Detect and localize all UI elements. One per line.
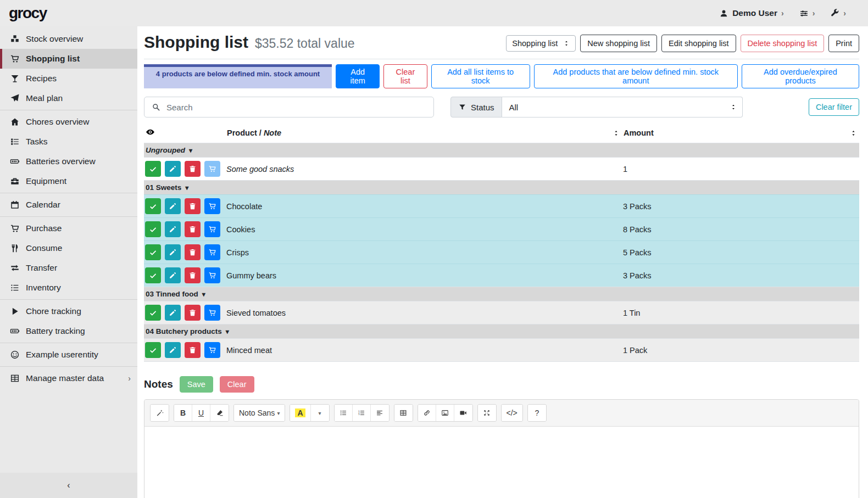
- add-to-stock-button[interactable]: [204, 342, 220, 358]
- edit-item-button[interactable]: [165, 198, 181, 214]
- notes-clear-button[interactable]: Clear: [220, 376, 254, 393]
- admin-menu[interactable]: ›: [830, 9, 846, 18]
- edit-shopping-list-button[interactable]: Edit shopping list: [661, 35, 736, 52]
- notes-save-button[interactable]: Save: [180, 376, 213, 393]
- new-shopping-list-button[interactable]: New shopping list: [580, 35, 657, 52]
- mark-done-button[interactable]: [145, 221, 161, 237]
- edit-item-button[interactable]: [165, 305, 181, 321]
- trash-icon: [188, 225, 197, 233]
- grocy-logo[interactable]: grocy: [9, 4, 47, 22]
- pencil-icon: [169, 271, 177, 279]
- eye-icon[interactable]: [146, 127, 155, 137]
- print-button[interactable]: Print: [828, 35, 859, 52]
- mark-done-button[interactable]: [145, 198, 161, 214]
- mark-done-button[interactable]: [145, 161, 161, 177]
- add-to-stock-button[interactable]: [204, 305, 220, 321]
- group-header-row[interactable]: 04 Butchery products▾: [144, 324, 859, 339]
- delete-shopping-list-button[interactable]: Delete shopping list: [741, 35, 825, 52]
- below-min-stock-alert[interactable]: 4 products are below defined min. stock …: [144, 64, 332, 88]
- notes-title: Notes: [144, 378, 173, 390]
- caret-down-icon: ▾: [202, 290, 205, 298]
- notes-editor-area[interactable]: [144, 427, 859, 498]
- sidebar-item-purchase[interactable]: Purchase: [0, 219, 137, 238]
- fullscreen-button[interactable]: [478, 405, 496, 421]
- delete-item-button[interactable]: [185, 161, 201, 177]
- mark-done-button[interactable]: [145, 244, 161, 260]
- sidebar-item-example-userentity[interactable]: Example userentity: [0, 345, 137, 365]
- updown-arrows-icon: [730, 103, 737, 111]
- clear-list-button[interactable]: Clear list: [383, 64, 427, 88]
- sidebar-item-calendar[interactable]: Calendar: [0, 195, 137, 215]
- add-overdue-button[interactable]: Add overdue/expired products: [742, 64, 859, 88]
- mark-done-button[interactable]: [145, 342, 161, 358]
- highlight-color-button[interactable]: A: [290, 405, 310, 421]
- sidebar-item-chore-tracking[interactable]: Chore tracking: [0, 301, 137, 321]
- delete-item-button[interactable]: [185, 342, 201, 358]
- settings-menu[interactable]: ›: [799, 9, 815, 18]
- delete-item-button[interactable]: [185, 244, 201, 260]
- table-row: Crisps 5 Packs: [144, 241, 859, 264]
- sidebar-item-shopping-list[interactable]: Shopping list: [0, 49, 137, 69]
- group-header-row[interactable]: 03 Tinned food▾: [144, 287, 859, 301]
- sidebar-item-consume[interactable]: Consume: [0, 238, 137, 258]
- user-menu[interactable]: Demo User ›: [719, 8, 784, 18]
- sidebar-item-recipes[interactable]: Recipes: [0, 69, 137, 88]
- clear-format-button[interactable]: [210, 405, 229, 421]
- sidebar-item-manage-master-data[interactable]: Manage master data›: [0, 368, 137, 388]
- group-header-row[interactable]: 01 Sweets▾: [144, 181, 859, 195]
- trash-icon: [188, 202, 197, 210]
- delete-item-button[interactable]: [185, 267, 201, 283]
- paragraph-align-button[interactable]: [371, 405, 389, 421]
- edit-item-button[interactable]: [165, 244, 181, 260]
- delete-item-button[interactable]: [185, 221, 201, 237]
- magic-style-button[interactable]: [151, 405, 169, 421]
- mark-done-button[interactable]: [145, 267, 161, 283]
- unordered-list-button[interactable]: [335, 405, 353, 421]
- highlight-color-caret-button[interactable]: ▾: [311, 405, 329, 421]
- ordered-list-button[interactable]: [353, 405, 371, 421]
- insert-video-button[interactable]: [454, 405, 472, 421]
- group-header-row[interactable]: Ungrouped▾: [144, 143, 859, 158]
- help-button[interactable]: ?: [528, 405, 546, 421]
- sidebar-item-transfer[interactable]: Transfer: [0, 258, 137, 278]
- edit-item-button[interactable]: [165, 342, 181, 358]
- amount-column-header[interactable]: Amount: [622, 125, 859, 143]
- underline-button[interactable]: U: [192, 405, 210, 421]
- add-to-stock-button[interactable]: [204, 198, 220, 214]
- product-column-header[interactable]: Product / Note: [225, 125, 622, 143]
- sidebar-item-batteries-overview[interactable]: Batteries overview: [0, 152, 137, 171]
- sidebar-item-stock-overview[interactable]: Stock overview: [0, 29, 137, 49]
- add-to-stock-button[interactable]: [204, 244, 220, 260]
- add-item-button[interactable]: Add item: [336, 64, 380, 88]
- add-to-stock-button[interactable]: [204, 221, 220, 237]
- clear-filter-button[interactable]: Clear filter: [809, 98, 859, 116]
- insert-table-button[interactable]: [394, 405, 413, 421]
- font-family-select[interactable]: Noto Sans▾: [234, 405, 285, 421]
- sidebar-item-battery-tracking[interactable]: Battery tracking: [0, 321, 137, 341]
- add-below-min-stock-button[interactable]: Add products that are below defined min.…: [534, 64, 738, 88]
- edit-item-button[interactable]: [165, 267, 181, 283]
- sidebar-item-chores-overview[interactable]: Chores overview: [0, 112, 137, 132]
- sidebar-item-meal-plan[interactable]: Meal plan: [0, 88, 137, 108]
- code-view-button[interactable]: </>: [502, 405, 522, 421]
- sidebar-collapse-button[interactable]: ‹: [0, 473, 137, 498]
- insert-link-button[interactable]: [418, 405, 436, 421]
- sidebar-item-equipment[interactable]: Equipment: [0, 171, 137, 191]
- bold-button[interactable]: B: [174, 405, 192, 421]
- sidebar-item-tasks[interactable]: Tasks: [0, 132, 137, 152]
- edit-item-button[interactable]: [165, 221, 181, 237]
- insert-picture-button[interactable]: [436, 405, 454, 421]
- add-to-stock-button[interactable]: [204, 267, 220, 283]
- add-all-to-stock-button[interactable]: Add all list items to stock: [431, 64, 530, 88]
- shopping-list-select[interactable]: Shopping list: [506, 35, 576, 52]
- add-to-stock-button[interactable]: [204, 161, 220, 177]
- product-cell: Sieved tomatoes: [225, 301, 622, 324]
- delete-item-button[interactable]: [185, 305, 201, 321]
- edit-item-button[interactable]: [165, 161, 181, 177]
- delete-item-button[interactable]: [185, 198, 201, 214]
- status-select[interactable]: All: [502, 97, 743, 117]
- search-input[interactable]: [166, 103, 426, 112]
- mark-done-button[interactable]: [145, 305, 161, 321]
- sidebar-item-inventory[interactable]: Inventory: [0, 278, 137, 298]
- product-cell: Gummy bears: [225, 264, 622, 287]
